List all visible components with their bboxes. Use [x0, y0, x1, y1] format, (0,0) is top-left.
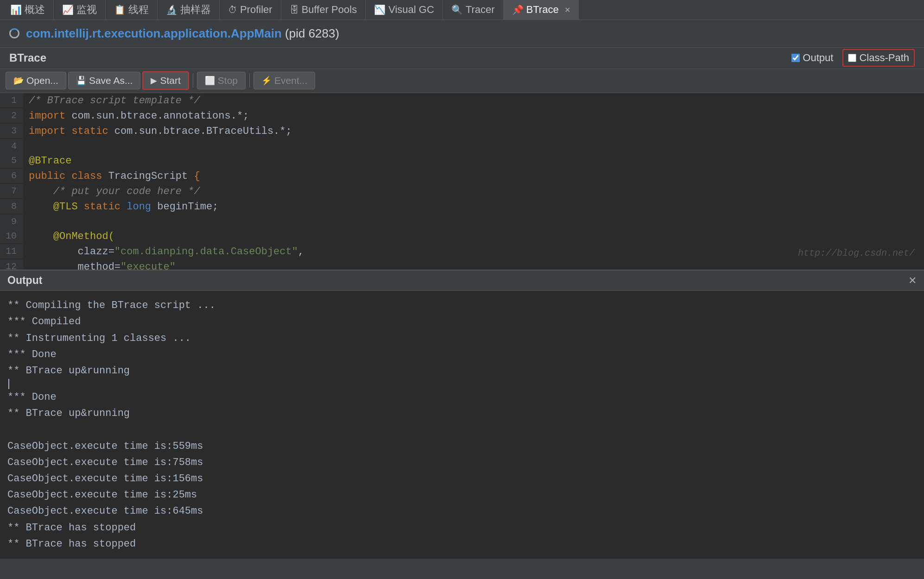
loading-spinner: [9, 28, 19, 38]
code-line-3: 3 import static com.sun.btrace.BTraceUti…: [0, 124, 924, 139]
profiler-icon: ⏱: [228, 5, 237, 15]
classpath-checkbox-item[interactable]: Class-Path: [842, 49, 915, 67]
output-line-7: ** BTrace up&running: [7, 405, 917, 422]
code-line-2: 2 import com.sun.btrace.annotations.*;: [0, 108, 924, 124]
open-icon: 📂: [13, 76, 24, 86]
bufferpools-icon: 🗄: [290, 5, 299, 15]
tab-monitor[interactable]: 📈 监视: [54, 0, 106, 19]
save-as-button[interactable]: 💾 Save As...: [68, 72, 141, 89]
output-line-10: CaseObject.execute time is:156ms: [7, 471, 917, 487]
code-line-5: 5 @BTrace: [0, 153, 924, 169]
output-panel: Output ✕ ** Compiling the BTrace script …: [0, 271, 924, 559]
output-line-2: *** Compiled: [7, 314, 917, 330]
output-line-1: ** Compiling the BTrace script ...: [7, 297, 917, 314]
separator-1: [193, 74, 193, 88]
classpath-checkbox[interactable]: [848, 54, 856, 62]
close-output-button[interactable]: ✕: [908, 275, 917, 287]
output-line-13: ** BTrace has stopped: [7, 520, 917, 536]
tab-bar: 📊 概述 📈 监视 📋 线程 🔬 抽样器 ⏱ Profiler 🗄 Buffer…: [0, 0, 924, 20]
open-button[interactable]: 📂 Open...: [6, 72, 66, 89]
code-line-9: 9: [0, 214, 924, 229]
btrace-icon: 📌: [512, 4, 524, 15]
code-line-11: 11 clazz="com.dianping.data.CaseObject",: [0, 244, 924, 259]
btrace-header: BTrace Output Class-Path: [0, 48, 924, 69]
stop-icon: ⬜: [205, 76, 215, 86]
output-checkbox[interactable]: [791, 54, 800, 62]
page-title: com.intellij.rt.execution.application.Ap…: [26, 26, 339, 41]
btrace-options: Output Class-Path: [791, 49, 915, 67]
tracer-icon: 🔍: [451, 4, 463, 15]
output-line-9: CaseObject.execute time is:758ms: [7, 454, 917, 471]
stop-button[interactable]: ⬜ Stop: [197, 72, 246, 89]
threads-icon: 📋: [114, 4, 126, 15]
code-editor[interactable]: 1 /* BTrace script template */ 2 import …: [0, 93, 924, 271]
event-button[interactable]: ⚡ Event...: [253, 72, 315, 89]
save-icon: 💾: [76, 76, 86, 86]
code-line-1: 1 /* BTrace script template */: [0, 93, 924, 108]
separator-2: [249, 74, 250, 88]
tab-threads[interactable]: 📋 线程: [106, 0, 158, 19]
title-bar: com.intellij.rt.execution.application.Ap…: [0, 20, 924, 47]
tab-tracer[interactable]: 🔍 Tracer: [443, 0, 504, 19]
btrace-section-label: BTrace: [9, 51, 46, 64]
start-icon: ▶: [151, 76, 157, 86]
close-tab-button[interactable]: ✕: [564, 6, 570, 14]
tab-overview[interactable]: 📊 概述: [2, 0, 54, 19]
event-icon: ⚡: [261, 76, 272, 86]
code-line-10: 10 @OnMethod(: [0, 229, 924, 244]
output-line-3: ** Instrumenting 1 classes ...: [7, 330, 917, 346]
cursor-line: [7, 379, 917, 389]
tab-visualgc[interactable]: 📉 Visual GC: [366, 0, 443, 19]
output-label: Output: [7, 274, 42, 287]
start-button[interactable]: ▶ Start: [142, 71, 189, 90]
tab-btrace[interactable]: 📌 BTrace ✕: [504, 0, 579, 19]
visualgc-icon: 📉: [374, 4, 386, 15]
tab-sampler[interactable]: 🔬 抽样器: [158, 0, 220, 19]
sampler-icon: 🔬: [166, 4, 177, 15]
output-line-12: CaseObject.execute time is:645ms: [7, 503, 917, 519]
code-line-12: 12 method="execute": [0, 259, 924, 271]
output-line-4: *** Done: [7, 346, 917, 363]
cursor: [8, 379, 9, 389]
tab-profiler[interactable]: ⏱ Profiler: [220, 0, 281, 19]
output-checkbox-item[interactable]: Output: [791, 52, 833, 64]
output-header: Output ✕: [0, 271, 924, 291]
toolbar: 📂 Open... 💾 Save As... ▶ Start ⬜ Stop ⚡ …: [0, 69, 924, 93]
output-line-5: ** BTrace up&running: [7, 363, 917, 379]
code-line-7: 7 /* put your code here */: [0, 184, 924, 199]
output-content[interactable]: ** Compiling the BTrace script ... *** C…: [0, 291, 924, 559]
output-line-empty: [7, 422, 917, 438]
output-line-11: CaseObject.execute time is:25ms: [7, 487, 917, 503]
output-line-14: ** BTrace has stopped: [7, 536, 917, 552]
output-line-6: *** Done: [7, 389, 917, 405]
code-line-4: 4: [0, 139, 924, 153]
code-line-6: 6 public class TracingScript {: [0, 169, 924, 184]
output-line-8: CaseObject.execute time is:559ms: [7, 438, 917, 454]
code-line-8: 8 @TLS static long beginTime;: [0, 199, 924, 214]
monitor-icon: 📈: [62, 4, 74, 15]
tab-bufferpools[interactable]: 🗄 Buffer Pools: [281, 0, 366, 19]
overview-icon: 📊: [10, 4, 22, 15]
